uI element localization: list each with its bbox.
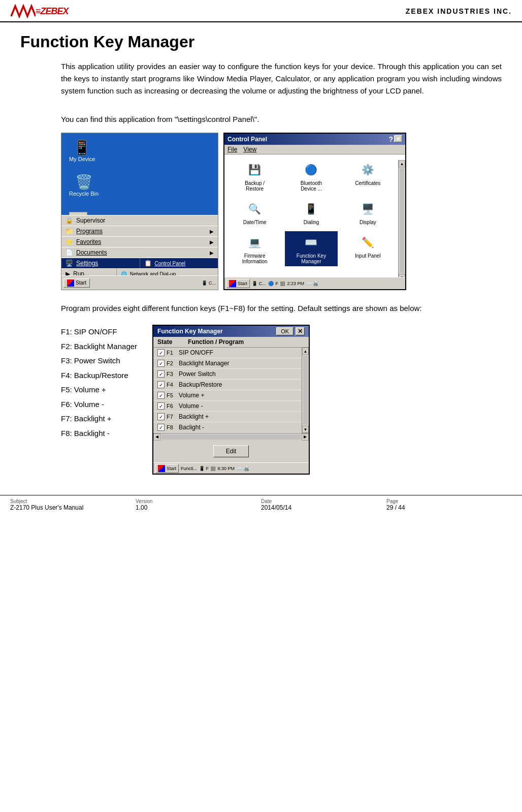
cp-icon-input[interactable]: ✏️ Input Panel (342, 231, 394, 266)
cp-icon-backup[interactable]: 💾 Backup / Restore (229, 159, 281, 194)
cp-icon-bluetooth[interactable]: 🔵 Bluetooth Device ... (285, 159, 337, 194)
bluetooth-icon: 🔵 (302, 161, 320, 179)
fkm-checkbox-f2[interactable]: ✓ (157, 360, 165, 367)
function-keys-section: F1: SIP ON/OFF F2: Backlight Manager F3:… (61, 325, 502, 475)
cp-icon-certificates[interactable]: ⚙️ Certificates (342, 159, 394, 194)
screenshots-row: 📱 My Device 🗑️ Recycle Bin 📋 🔒Supervisor… (61, 133, 502, 290)
taskbar-left: Start 📱 C... (61, 275, 218, 290)
fkey-f1: F1: SIP ON/OFF (61, 325, 137, 339)
fkm-checkbox-f6[interactable]: ✓ (157, 402, 165, 410)
certificates-icon: ⚙️ (358, 161, 377, 179)
logo-icon (10, 4, 36, 18)
cp-icon-keyboard[interactable]: ⌨️ Keyboard (285, 270, 337, 275)
help-icon: ? (388, 135, 393, 143)
fkm-checkbox-f4[interactable]: ✓ (157, 381, 165, 388)
company-name: ZEBEX INDUSTRIES INC. (406, 7, 512, 15)
fkm-checkbox-f8[interactable]: ✓ (157, 424, 165, 431)
fkm-ok-button[interactable]: OK (276, 327, 293, 335)
internet-icon: 🌐 (246, 272, 264, 275)
fkey-f2: F2: Backlight Manager (61, 339, 137, 354)
cp-menubar: File View (224, 145, 405, 154)
footer-subject: Subject Z-2170 Plus User's Manual (10, 497, 136, 512)
fkm-col-func-header: Function / Program (188, 338, 305, 346)
cp-icon-fkm[interactable]: ⌨️ Function Key Manager (285, 231, 337, 266)
dialing-icon: 📱 (302, 200, 320, 218)
page-title: Function Key Manager (20, 33, 502, 51)
fkm-row-f4: ✓ F4 Backup/Restore (153, 380, 302, 390)
scroll-thumb[interactable] (400, 168, 404, 273)
input-panel-icon: ✏️ (358, 233, 377, 252)
cp-body: 💾 Backup / Restore 🔵 Bluetooth Device ..… (224, 154, 405, 275)
fkm-scroll-left[interactable]: ◀ (153, 433, 160, 441)
logo: ≡ZEBEX (10, 4, 69, 18)
fkm-table-area: ✓ F1 SIP ON/OFF ✓ F2 Backlight Manager ✓… (153, 348, 309, 433)
fkm-scroll-right[interactable]: ▶ (302, 433, 309, 441)
menu-supervisor[interactable]: 🔒Supervisor (61, 215, 218, 226)
fkm-checkbox-f5[interactable]: ✓ (157, 392, 165, 399)
datetime-icon: 🔍 (246, 200, 264, 218)
mouse-icon: 🖱️ (358, 272, 377, 275)
fkm-scrollbar[interactable]: ▲ ▼ (302, 348, 309, 433)
fkm-checkbox-f1[interactable]: ✓ (157, 349, 165, 356)
footer-page-label: Page (386, 498, 512, 504)
fkm-taskbar-time: 6:30 PM (217, 466, 235, 471)
screenshot-right: Control Panel ? ✕ File View 💾 Backup / R… (223, 133, 406, 290)
cp-titlebar-buttons: ? ✕ (388, 135, 402, 143)
display-icon: 🖥️ (358, 200, 377, 218)
cp-icon-display[interactable]: 🖥️ Display (342, 198, 394, 227)
cp-icon-firmware[interactable]: 💻 Firmware Information (229, 231, 281, 266)
settings-control-row: 🖥️Settings 📋Control Panel (61, 258, 218, 268)
menu-view[interactable]: View (243, 146, 256, 153)
footer-page: Page 29 / 44 (386, 497, 512, 512)
fkm-checkbox-f7[interactable]: ✓ (157, 413, 165, 420)
fkm-close-button[interactable]: ✕ (296, 327, 305, 335)
fkm-scroll-up[interactable]: ▲ (302, 348, 309, 355)
fkm-scroll-thumb[interactable] (303, 356, 308, 425)
scroll-up[interactable]: ▲ (399, 160, 405, 167)
cp-titlebar: Control Panel ? ✕ (224, 134, 405, 145)
fkm-hscroll-thumb[interactable] (161, 434, 301, 440)
cp-scrollbar[interactable]: ▲ ▼ (398, 160, 405, 281)
menu-settings[interactable]: 🖥️Settings (61, 258, 140, 268)
fkm-start-btn[interactable]: Start (155, 464, 179, 473)
fkm-icon: ⌨️ (302, 233, 320, 252)
menu-documents[interactable]: 📄Documents▶ (61, 247, 218, 258)
fkey-f4: F4: Backup/Restore (61, 368, 137, 383)
fkm-row-f7: ✓ F7 Backlight + (153, 412, 302, 422)
menu-file[interactable]: File (227, 146, 237, 153)
footer-version-value: 1.00 (136, 504, 261, 511)
fkm-checkbox-f3[interactable]: ✓ (157, 370, 165, 378)
menu-control-panel[interactable]: 📋Control Panel (140, 258, 218, 268)
cp-icon-mouse[interactable]: 🖱️ Mouse (342, 270, 394, 275)
page-header: ≡ZEBEX ZEBEX INDUSTRIES INC. (0, 0, 522, 22)
page-content: Function Key Manager This application ut… (0, 22, 522, 485)
fkey-f3: F3: Power Switch (61, 354, 137, 368)
close-button[interactable]: ✕ (394, 135, 402, 142)
footer-subject-value: Z-2170 Plus User's Manual (10, 504, 136, 511)
backup-icon: 💾 (246, 161, 264, 179)
cp-start-btn[interactable]: Start (226, 279, 250, 288)
footer-date: Date 2014/05/14 (261, 497, 386, 512)
menu-programs[interactable]: 📁Programs▶ (61, 226, 218, 236)
cp-taskbar: Start 📱 C... 🔵 F |||| 2:23 PM ⌨️ 🖨️ (224, 277, 405, 289)
fkm-titlebar: Function Key Manager OK ✕ (153, 326, 309, 337)
recycle-bin-icon: 🗑️ Recycle Bin (69, 174, 99, 197)
my-device-icon: 📱 My Device (69, 139, 95, 162)
cp-icon-dialing[interactable]: 📱 Dialing (285, 198, 337, 227)
fkm-edit-area: Edit (153, 440, 309, 462)
fkey-f6: F6: Volume - (61, 397, 137, 412)
fkm-edit-button[interactable]: Edit (213, 445, 249, 457)
start-button[interactable]: Start (63, 278, 90, 288)
fkm-header-row: State Function / Program (153, 337, 309, 348)
menu-favorites[interactable]: ⭐Favorites▶ (61, 236, 218, 247)
fkm-row-f1: ✓ F1 SIP ON/OFF (153, 348, 302, 358)
footer-subject-label: Subject (10, 498, 136, 504)
cp-icons-grid: 💾 Backup / Restore 🔵 Bluetooth Device ..… (224, 154, 398, 275)
cp-icon-datetime[interactable]: 🔍 Date/Time (229, 198, 281, 227)
fkm-col-state-header: State (157, 338, 188, 346)
fkm-scroll-down[interactable]: ▼ (302, 426, 309, 433)
fkeys-list: F1: SIP ON/OFF F2: Backlight Manager F3:… (61, 325, 137, 475)
fkm-row-f3: ✓ F3 Power Switch (153, 369, 302, 380)
cp-icon-internet[interactable]: 🌐 Internet Options (229, 270, 281, 275)
fkm-taskbar: Start Functi... 📱 F |||| 6:30 PM ⌨️ 🖨️ (153, 462, 309, 474)
